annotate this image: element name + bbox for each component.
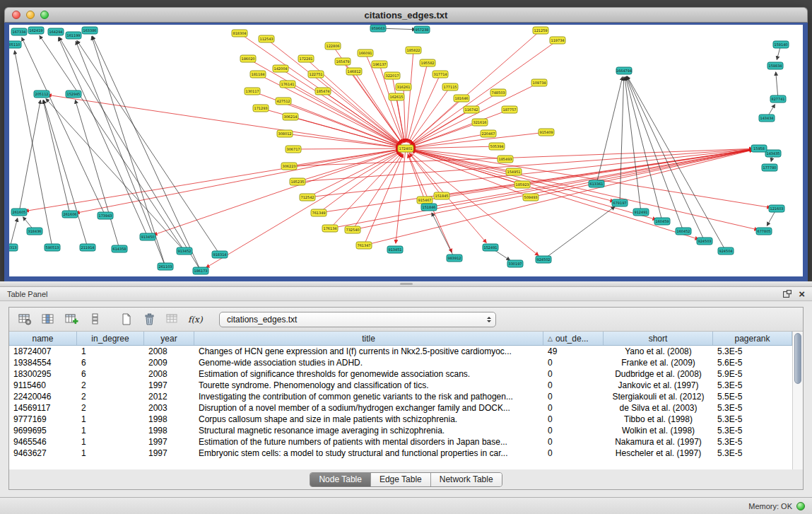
new-column-button[interactable]: [61, 310, 81, 329]
column-header-year[interactable]: year: [144, 332, 194, 345]
graph-node[interactable]: 167334: [11, 28, 27, 35]
graph-node[interactable]: 185235: [290, 178, 305, 185]
table-row[interactable]: 1830029562008Estimation of significance …: [9, 368, 792, 380]
graph-edge[interactable]: [290, 117, 399, 147]
window-minimize-button[interactable]: [26, 11, 35, 19]
column-header-title[interactable]: title: [194, 332, 543, 345]
graph-node[interactable]: 261103: [158, 263, 173, 270]
graph-node[interactable]: 176134: [322, 225, 338, 232]
graph-node[interactable]: 109734: [531, 79, 547, 86]
graph-edge[interactable]: [409, 153, 442, 196]
graph-node[interactable]: 160459: [654, 218, 670, 225]
graph-node[interactable]: 983912: [447, 255, 462, 262]
graph-node[interactable]: 321616: [472, 119, 488, 126]
function-builder-button[interactable]: f(x): [186, 310, 206, 329]
graph-edge[interactable]: [396, 97, 404, 142]
graph-node[interactable]: 143435: [765, 150, 781, 157]
graph-node[interactable]: 959663: [370, 25, 386, 32]
column-header-short[interactable]: short: [604, 332, 713, 345]
column-header-out_degree[interactable]: △out_de...: [543, 332, 604, 345]
graph-node[interactable]: 116742: [464, 106, 479, 113]
graph-edge[interactable]: [412, 132, 546, 148]
graph-edge[interactable]: [627, 76, 726, 251]
scrollbar-thumb[interactable]: [794, 333, 801, 384]
graph-edge[interactable]: [429, 150, 753, 207]
graph-node[interactable]: 112543: [259, 35, 274, 42]
table-row[interactable]: 1938455462009Genome-wide association stu…: [9, 357, 792, 368]
graph-node[interactable]: 912491: [633, 209, 649, 216]
graph-node[interactable]: 143434: [759, 115, 775, 122]
graph-node[interactable]: 677805: [756, 228, 772, 235]
graph-node[interactable]: 185474: [315, 88, 331, 95]
graph-edge[interactable]: [354, 71, 402, 144]
graph-node[interactable]: 913450: [140, 233, 155, 240]
graph-node[interactable]: 173943: [98, 212, 113, 219]
graph-node[interactable]: 154951: [506, 168, 522, 175]
graph-edge[interactable]: [19, 100, 40, 212]
row-options-button[interactable]: [85, 310, 105, 329]
graph-node[interactable]: 151846: [421, 204, 437, 211]
table-row[interactable]: 1456911722003Disruption of a novel membe…: [9, 402, 792, 414]
column-header-in_degree[interactable]: in_degree: [77, 332, 144, 345]
graph-node[interactable]: 162419: [28, 27, 44, 34]
graph-edge[interactable]: [15, 51, 52, 247]
graph-node[interactable]: 316261: [396, 83, 411, 90]
graph-node[interactable]: 924503: [697, 238, 712, 245]
import-table-button[interactable]: [163, 310, 182, 329]
graph-edge[interactable]: [252, 91, 400, 146]
graph-node[interactable]: 427512: [276, 98, 291, 105]
graph-edge[interactable]: [596, 77, 623, 184]
graph-node[interactable]: 176141: [280, 81, 295, 88]
table-row[interactable]: 1872400712008Changes of HCN gene express…: [9, 346, 792, 357]
graph-node[interactable]: 1664794: [616, 67, 632, 74]
graph-node[interactable]: 121259: [533, 27, 548, 34]
graph-node[interactable]: 924504: [718, 247, 734, 255]
graph-edge[interactable]: [543, 206, 615, 259]
graph-edge[interactable]: [425, 149, 753, 200]
graph-node[interactable]: 177780: [762, 164, 777, 171]
graph-node[interactable]: 613361: [589, 180, 604, 187]
graph-node[interactable]: 181646: [454, 95, 469, 102]
graph-node[interactable]: 913452: [177, 247, 192, 255]
graph-node[interactable]: 162615: [389, 93, 404, 100]
table-row[interactable]: 911546021997Tourette syndrome. Phenomeno…: [9, 380, 792, 391]
graph-node[interactable]: 196137: [372, 61, 387, 68]
graph-edge[interactable]: [289, 149, 399, 166]
graph-edge[interactable]: [10, 218, 18, 247]
float-panel-icon[interactable]: [783, 290, 792, 298]
graph-node[interactable]: 957238: [414, 26, 430, 33]
graph-edge[interactable]: [407, 63, 428, 142]
graph-edge[interactable]: [626, 76, 683, 231]
graph-node[interactable]: 330197: [507, 260, 523, 267]
tab-network-table[interactable]: Network Table: [431, 473, 502, 486]
graph-node[interactable]: 261606: [62, 211, 78, 218]
graph-node[interactable]: 181184: [250, 71, 266, 78]
graph-node[interactable]: 205110: [9, 41, 21, 48]
graph-node[interactable]: 152491: [483, 244, 498, 251]
graph-node[interactable]: 160452: [676, 228, 691, 235]
graph-node[interactable]: 614358: [112, 245, 127, 252]
tab-node-table[interactable]: Node Table: [310, 473, 371, 486]
column-header-pagerank[interactable]: pagerank: [713, 332, 792, 345]
table-row[interactable]: 2242004622012Investigating the contribut…: [9, 391, 792, 402]
graph-node[interactable]: 185923: [514, 181, 530, 188]
graph-node[interactable]: 122806: [325, 42, 341, 49]
graph-node[interactable]: 121603: [769, 205, 784, 212]
graph-edge[interactable]: [411, 40, 558, 145]
graph-node[interactable]: 152945: [66, 90, 81, 98]
graph-node[interactable]: 317714: [433, 71, 448, 78]
graph-edge[interactable]: [76, 100, 119, 249]
graph-node[interactable]: 322017: [384, 72, 400, 79]
graph-node[interactable]: 915409: [539, 129, 554, 136]
graph-edge[interactable]: [625, 77, 662, 221]
graph-edge[interactable]: [625, 77, 641, 212]
graph-node[interactable]: 185822: [406, 47, 421, 54]
table-row[interactable]: 969969511998Structural magnetic resonanc…: [9, 425, 792, 436]
table-vertical-scrollbar[interactable]: [792, 332, 803, 469]
graph-node[interactable]: 130117: [245, 88, 260, 95]
graph-node[interactable]: 211914: [80, 244, 95, 251]
graph-node[interactable]: 732540: [345, 226, 360, 233]
graph-node[interactable]: 205112: [34, 90, 49, 98]
graph-node[interactable]: 761347: [356, 242, 372, 249]
table-selector-dropdown[interactable]: citations_edges.txt: [219, 312, 496, 327]
